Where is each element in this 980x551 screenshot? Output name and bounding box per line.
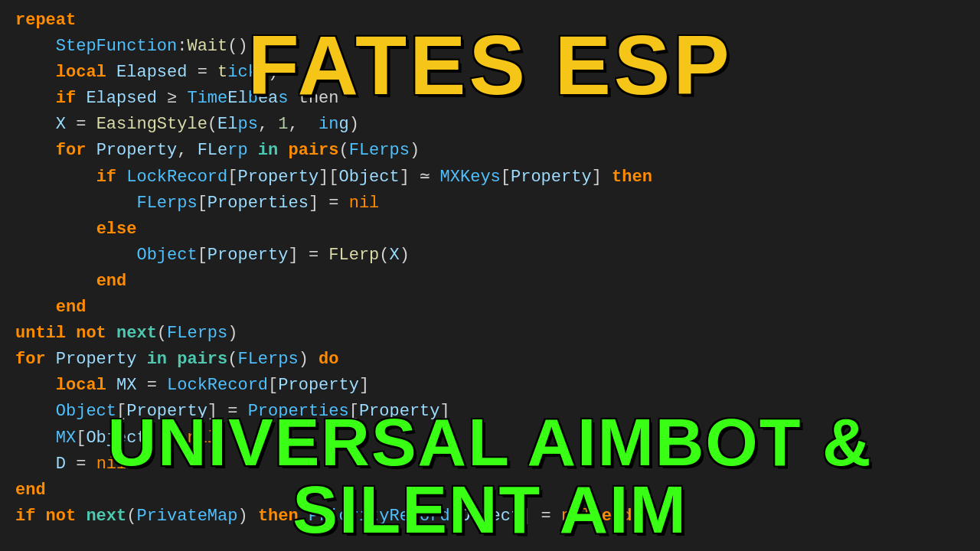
code-line-14: end	[15, 295, 965, 321]
code-line-11: Object[Property] = FLerp(X)	[15, 243, 965, 269]
code-line-7: if LockRecord[Property][Object] ≃ MXKeys…	[15, 165, 965, 191]
code-line-10: else	[15, 217, 965, 243]
title-overlay: FATES ESP	[248, 23, 733, 107]
main-container: repeat StepFunction:Wait() local Elapsed…	[0, 0, 980, 551]
code-line-15: until not next(FLerps)	[15, 321, 965, 347]
code-line-19: local MX = LockRecord[Property]	[15, 373, 965, 399]
code-line-18: for Property in pairs(FLerps) do	[15, 347, 965, 373]
subtitle-overlay: UNIVERSAL AIMBOT & SILENT AIM	[0, 409, 980, 543]
code-line-6: for Property, FLerp in pairs(FLerps)	[15, 138, 965, 164]
code-line-13: end	[15, 269, 965, 295]
code-line-8: FLerps[Properties] = nil	[15, 191, 965, 217]
code-line-5: X = EasingStyle(Elps, 1, ing)	[15, 112, 965, 138]
